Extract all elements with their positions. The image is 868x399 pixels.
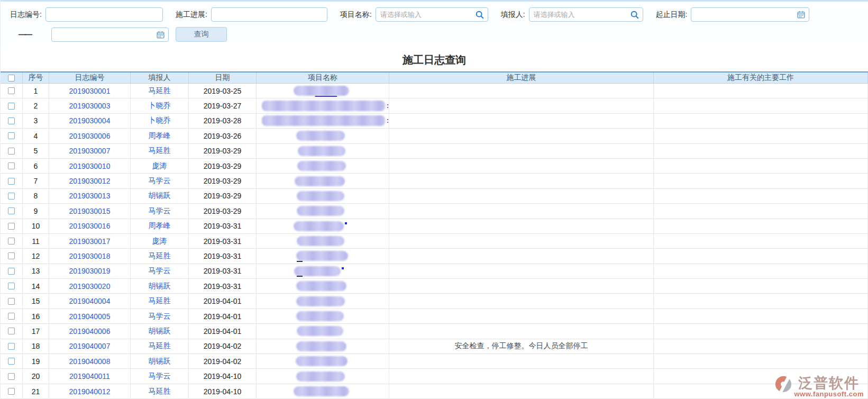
- date-cell: 2019-04-02: [189, 339, 257, 353]
- filler-link[interactable]: 马延胜: [149, 146, 171, 156]
- filler-link[interactable]: 马延胜: [149, 251, 171, 261]
- filler-link[interactable]: 胡锡跃: [149, 327, 171, 336]
- project-name-cell: [257, 339, 389, 353]
- log-no-link[interactable]: 2019030017: [69, 237, 111, 246]
- row-checkbox[interactable]: [8, 313, 15, 320]
- log-no-link[interactable]: 2019040004: [69, 297, 111, 305]
- filler-cell: 马学云: [131, 309, 189, 323]
- filler-link[interactable]: 马学云: [149, 266, 171, 276]
- log-no-link[interactable]: 2019040008: [69, 357, 111, 366]
- filler-link[interactable]: 马延胜: [149, 296, 171, 306]
- row-checkbox[interactable]: [8, 87, 15, 94]
- row-checkbox[interactable]: [8, 103, 15, 110]
- row-checkbox-cell: [1, 98, 23, 113]
- log-no-link[interactable]: 2019030007: [69, 147, 111, 155]
- progress-cell: [389, 354, 654, 368]
- row-checkbox[interactable]: [8, 298, 15, 305]
- row-checkbox[interactable]: [8, 238, 15, 244]
- log-no-link[interactable]: 2019030019: [69, 267, 111, 275]
- row-checkbox[interactable]: [8, 343, 15, 350]
- search-icon[interactable]: [630, 10, 639, 20]
- project-name-input[interactable]: [376, 7, 488, 22]
- redaction-tick-mark: [345, 222, 347, 224]
- redacted-project-name: [296, 281, 346, 291]
- filler-link[interactable]: 马延胜: [149, 86, 171, 96]
- date-cell: 2019-03-31: [189, 219, 257, 233]
- log-no-cell: 2019030020: [49, 279, 131, 293]
- project-name-cell: [257, 369, 389, 383]
- row-checkbox[interactable]: [8, 283, 15, 289]
- row-checkbox[interactable]: [8, 252, 15, 259]
- row-checkbox[interactable]: [8, 162, 15, 169]
- row-checkbox[interactable]: [8, 268, 15, 275]
- seq-cell: 9: [23, 204, 49, 218]
- row-checkbox[interactable]: [8, 328, 15, 334]
- filler-link[interactable]: 胡锡跃: [149, 282, 171, 291]
- row-checkbox[interactable]: [8, 132, 15, 139]
- filler-link[interactable]: 胡锡跃: [149, 191, 171, 201]
- filler-link[interactable]: 周孝峰: [149, 131, 171, 141]
- main-work-cell: [654, 339, 868, 353]
- filler-link[interactable]: 马延胜: [149, 387, 171, 396]
- filler-link[interactable]: 马学云: [149, 176, 171, 186]
- filler-link[interactable]: 马延胜: [149, 341, 171, 351]
- filler-link[interactable]: 马学云: [149, 206, 171, 216]
- filler-cell: 马学云: [131, 204, 189, 218]
- log-no-link[interactable]: 2019030006: [69, 132, 111, 140]
- log-no-link[interactable]: 2019040012: [69, 387, 111, 396]
- row-checkbox-cell: [1, 234, 23, 248]
- log-no-link[interactable]: 2019030010: [69, 162, 111, 170]
- date-cell: 2019-04-01: [189, 294, 257, 308]
- progress-cell: [389, 84, 654, 98]
- seq-cell: 11: [23, 234, 49, 248]
- log-no-link[interactable]: 2019030012: [69, 177, 111, 185]
- row-checkbox[interactable]: [8, 193, 15, 200]
- progress-cell: [389, 129, 654, 143]
- filler-link[interactable]: 卜晓乔: [149, 101, 171, 111]
- log-no-link[interactable]: 2019030001: [69, 87, 111, 95]
- progress-input[interactable]: [211, 7, 327, 22]
- calendar-icon[interactable]: [797, 10, 806, 19]
- filler-input[interactable]: [529, 7, 643, 22]
- filler-link[interactable]: 马学云: [149, 371, 171, 381]
- log-no-link[interactable]: 2019040011: [69, 372, 110, 380]
- start-date-input[interactable]: [691, 7, 809, 22]
- log-no-link[interactable]: 2019030004: [69, 116, 111, 125]
- table-row: 162019040005马学云2019-04-01: [1, 309, 868, 324]
- log-no-link[interactable]: 2019030020: [69, 282, 111, 291]
- log-no-link[interactable]: 2019040006: [69, 327, 111, 335]
- date-cell: 2019-03-27: [189, 98, 257, 113]
- date-cell: 2019-03-29: [189, 144, 257, 158]
- filler-link[interactable]: 庞涛: [152, 161, 167, 171]
- row-checkbox[interactable]: [8, 178, 15, 185]
- row-checkbox[interactable]: [8, 117, 15, 124]
- log-no-link[interactable]: 2019030003: [69, 102, 111, 110]
- filler-link[interactable]: 马学云: [149, 312, 171, 321]
- search-icon[interactable]: [475, 10, 485, 20]
- row-checkbox[interactable]: [8, 358, 15, 365]
- log-no-link[interactable]: 2019040007: [69, 342, 111, 350]
- log-no-link[interactable]: 2019030015: [69, 207, 111, 215]
- log-no-link[interactable]: 2019040005: [69, 312, 111, 321]
- select-all-checkbox[interactable]: [8, 75, 15, 81]
- log-no-link[interactable]: 2019030018: [69, 252, 111, 260]
- row-checkbox[interactable]: [8, 388, 15, 395]
- log-no-link[interactable]: 2019030016: [69, 222, 111, 230]
- row-checkbox[interactable]: [8, 223, 15, 230]
- header-checkbox-cell: [1, 72, 23, 83]
- query-button[interactable]: 查询: [176, 27, 227, 42]
- log-no-link[interactable]: 2019030013: [69, 192, 111, 200]
- log-no-input[interactable]: [45, 7, 163, 22]
- table-row: 62019030010庞涛2019-03-29: [1, 159, 868, 174]
- filler-link[interactable]: 周孝峰: [149, 221, 171, 231]
- filler-link[interactable]: 庞涛: [152, 237, 167, 246]
- calendar-icon[interactable]: [156, 30, 165, 39]
- end-date-input[interactable]: [51, 28, 169, 42]
- row-checkbox[interactable]: [8, 148, 15, 155]
- filler-link[interactable]: 卜晓乔: [149, 116, 171, 125]
- filler-link[interactable]: 胡锡跃: [149, 357, 171, 366]
- seq-cell: 18: [23, 339, 49, 353]
- row-checkbox-cell: [1, 114, 23, 128]
- row-checkbox[interactable]: [8, 373, 15, 380]
- row-checkbox[interactable]: [8, 207, 15, 214]
